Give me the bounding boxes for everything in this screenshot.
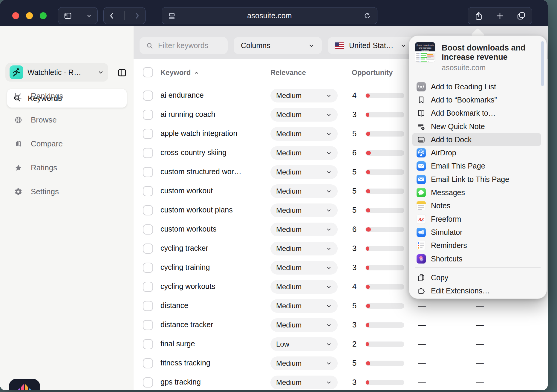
address-bar[interactable]: asosuite.com <box>162 7 377 24</box>
relevance-dropdown[interactable]: Medium <box>270 223 338 236</box>
menu-item-add-to-reading-list[interactable]: Add to Reading List <box>409 80 542 93</box>
close-window-button[interactable] <box>12 12 19 19</box>
menu-item-shortcuts[interactable]: Shortcuts <box>409 252 542 265</box>
row-checkbox[interactable] <box>143 320 153 330</box>
row-checkbox[interactable] <box>143 339 153 349</box>
row-checkbox[interactable] <box>143 358 153 368</box>
popover-scrollbar[interactable] <box>541 41 544 86</box>
menu-item-reminders[interactable]: Reminders <box>409 239 542 252</box>
keyword-cell: custom workout plans <box>160 206 233 214</box>
history-nav-group <box>103 7 146 24</box>
relevance-dropdown[interactable]: Medium <box>270 165 338 179</box>
menu-item-notes[interactable]: Notes <box>409 199 542 212</box>
row-checkbox[interactable] <box>143 263 153 273</box>
row-checkbox[interactable] <box>143 129 153 139</box>
menu-item-edit-extensions[interactable]: Edit Extensions… <box>409 284 542 297</box>
relevance-dropdown[interactable]: Medium <box>270 108 338 122</box>
opportunity-bar <box>365 284 404 290</box>
menu-item-email-this-page[interactable]: Email This Page <box>409 160 542 173</box>
chevron-down-icon <box>97 69 104 76</box>
relevance-dropdown[interactable]: Medium <box>270 184 338 198</box>
menu-item-add-bookmark-to[interactable]: Add Bookmark to… <box>409 107 542 120</box>
sidebar-item-compare[interactable]: Compare <box>14 137 63 150</box>
relevance-dropdown[interactable]: Medium <box>270 356 338 370</box>
tab-overview-icon[interactable] <box>517 11 526 20</box>
row-checkbox[interactable] <box>143 301 153 311</box>
row-checkbox[interactable] <box>143 282 153 292</box>
page-format-icon[interactable] <box>168 12 176 20</box>
relevance-dropdown[interactable]: Medium <box>270 203 338 217</box>
menu-item-label: Freeform <box>431 215 461 223</box>
row-checkbox[interactable] <box>143 110 153 120</box>
minimize-window-button[interactable] <box>26 12 33 19</box>
opportunity-bar <box>365 150 404 156</box>
row-checkbox[interactable] <box>143 186 153 196</box>
opportunity-value: 5 <box>346 206 362 215</box>
forward-button[interactable] <box>133 12 141 20</box>
menu-item-airdrop[interactable]: AirDrop <box>409 146 542 159</box>
sidebar-collapse-icon[interactable] <box>117 68 127 78</box>
keyword-cell: custom structured wor… <box>160 167 241 176</box>
relevance-dropdown[interactable]: Medium <box>270 89 338 102</box>
keyword-cell: cross-country skiing <box>160 148 227 157</box>
zoom-window-button[interactable] <box>40 12 47 19</box>
share-icon[interactable] <box>474 11 483 20</box>
row-checkbox[interactable] <box>143 205 153 215</box>
sidebar-item-settings[interactable]: Settings <box>14 185 59 198</box>
menu-item-add-to-bookmarks[interactable]: Add to “Bookmarks” <box>409 93 542 106</box>
country-dropdown[interactable]: United Stat… <box>328 37 414 54</box>
relevance-dropdown[interactable]: Medium <box>270 242 338 255</box>
opportunity-value: 3 <box>346 378 362 387</box>
menu-item-label: Messages <box>431 188 465 197</box>
menu-item-freeform[interactable]: Freeform <box>409 212 542 226</box>
relevance-dropdown[interactable]: Medium <box>270 299 338 313</box>
relevance-dropdown[interactable]: Medium <box>270 146 338 160</box>
sidebar-toggle-button[interactable] <box>58 7 98 24</box>
row-checkbox[interactable] <box>143 167 153 177</box>
mail-icon <box>416 161 426 171</box>
menu-item-simulator[interactable]: Simulator <box>409 226 542 239</box>
sidebar-item-browse[interactable]: Browse <box>14 113 57 126</box>
relevance-dropdown[interactable]: Medium <box>270 280 338 294</box>
opportunity-bar <box>365 93 404 98</box>
back-button[interactable] <box>108 12 116 20</box>
column-header-opportunity[interactable]: Opportunity <box>352 68 393 77</box>
menu-item-add-to-dock[interactable]: Add to Dock <box>412 133 541 146</box>
menu-item-email-link-to-this-page[interactable]: Email Link to This Page <box>409 173 542 186</box>
relevance-value: Medium <box>276 130 302 138</box>
opportunity-bar <box>365 112 404 117</box>
opportunity-value: 5 <box>346 186 362 196</box>
column-header-keyword[interactable]: Keyword <box>160 68 199 77</box>
relevance-dropdown[interactable]: Medium <box>270 318 338 332</box>
empty-cell: — <box>476 301 484 310</box>
reload-icon[interactable] <box>363 12 371 20</box>
row-checkbox[interactable] <box>143 244 153 254</box>
filter-keywords-input[interactable]: Filter keywords <box>140 37 228 54</box>
new-tab-icon[interactable] <box>495 11 504 20</box>
menu-item-messages[interactable]: Messages <box>409 186 542 199</box>
sidebar-item-ratings[interactable]: Ratings <box>14 161 57 174</box>
menu-item-new-quick-note[interactable]: New Quick Note <box>409 120 542 133</box>
chevron-down-icon <box>326 303 332 309</box>
relevance-dropdown[interactable]: Medium <box>270 261 338 275</box>
simulator-icon <box>416 228 426 237</box>
relevance-dropdown[interactable]: Medium <box>270 127 338 141</box>
relevance-dropdown[interactable]: Medium <box>270 376 338 389</box>
menu-item-copy[interactable]: Copy <box>409 271 542 284</box>
column-header-relevance[interactable]: Relevance <box>270 68 306 77</box>
app-logo[interactable] <box>9 379 40 390</box>
row-checkbox[interactable] <box>143 224 153 235</box>
row-checkbox[interactable] <box>143 91 153 101</box>
menu-item-label: Add Bookmark to… <box>431 109 496 117</box>
opportunity-bar <box>365 227 404 232</box>
workspace-selector[interactable]: Watchletic - R… <box>5 63 108 82</box>
row-checkbox[interactable] <box>143 148 153 158</box>
table-row: distance trackerMedium3—— <box>134 316 548 335</box>
row-checkbox[interactable] <box>143 377 153 388</box>
sidebar-item-rankings[interactable]: Rankings <box>14 89 63 102</box>
select-all-checkbox[interactable] <box>143 67 153 77</box>
relevance-value: Low <box>276 340 289 348</box>
relevance-dropdown[interactable]: Low <box>270 337 338 351</box>
traffic-lights <box>12 12 47 19</box>
columns-dropdown[interactable]: Columns <box>234 37 322 54</box>
